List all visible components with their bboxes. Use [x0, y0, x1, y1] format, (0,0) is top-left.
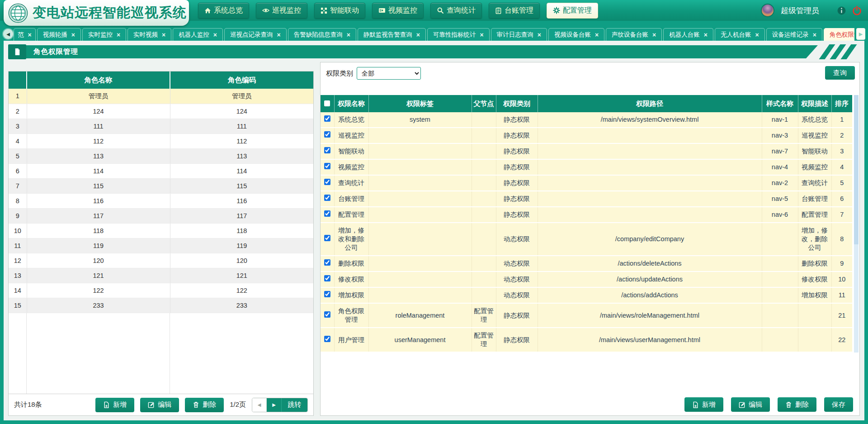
tab-item[interactable]: 审计日志查询× — [491, 28, 547, 41]
prev-page-button[interactable]: ◀ — [252, 398, 267, 412]
tab-item[interactable]: 机器人台账× — [663, 28, 713, 41]
tab-close-icon[interactable]: × — [213, 32, 217, 38]
perm-scrollbar-thumb[interactable] — [854, 95, 859, 244]
select-all-checkbox[interactable] — [324, 100, 330, 106]
perm-save-button[interactable]: 保存 — [824, 397, 853, 412]
role-row[interactable]: 4112112 — [9, 133, 313, 148]
tabs-scroll-right-button[interactable]: ▶ — [856, 28, 865, 40]
perm-row[interactable]: 配置管理静态权限nav-6配置管理7 — [321, 207, 852, 223]
tab-close-icon[interactable]: × — [28, 32, 32, 38]
tab-item[interactable]: 声纹设备台账× — [606, 28, 662, 41]
perm-row[interactable]: 巡视监控静态权限nav-3巡视监控2 — [321, 128, 852, 143]
role-row[interactable]: 13121121 — [9, 268, 313, 283]
tab-item[interactable]: 设备运维记录× — [766, 28, 822, 41]
tab-item[interactable]: 静默监视告警查询× — [358, 28, 426, 41]
nav-query-stats[interactable]: 查询统计 — [430, 3, 482, 19]
tab-close-icon[interactable]: × — [347, 32, 350, 38]
tab-item[interactable]: 角色权限管理× — [824, 28, 854, 41]
tab-close-icon[interactable]: × — [117, 32, 120, 38]
role-code-cell: 121 — [170, 268, 313, 283]
role-row[interactable]: 1管理员管理员 — [9, 89, 313, 104]
perm-row-checkbox[interactable] — [324, 195, 330, 201]
jump-page-button[interactable]: 跳转 — [281, 398, 307, 412]
perm-row-checkbox[interactable] — [324, 336, 330, 342]
tab-close-icon[interactable]: × — [416, 32, 420, 38]
tab-item[interactable]: 实时视频× — [127, 28, 171, 41]
role-row[interactable]: 14122122 — [9, 283, 313, 298]
role-row[interactable]: 8116116 — [9, 193, 313, 208]
tab-item[interactable]: 视频轮播× — [37, 28, 81, 41]
info-icon[interactable] — [837, 6, 846, 15]
tab-close-icon[interactable]: × — [704, 32, 708, 38]
perm-row[interactable]: 增加，修改和删除公司动态权限/company/editCompany增加，修改，… — [321, 223, 852, 256]
role-row[interactable]: 10118118 — [9, 223, 313, 238]
next-page-button[interactable]: ▶ — [267, 398, 281, 412]
search-button[interactable]: 查询 — [825, 66, 855, 80]
perm-row[interactable]: 角色权限管理roleManagement配置管理静态权限/main/views/… — [321, 303, 852, 328]
nav-overview[interactable]: 系统总览 — [198, 3, 249, 19]
tab-close-icon[interactable]: × — [480, 32, 484, 38]
perm-type-select[interactable]: 全部 — [357, 67, 421, 80]
nav-ledger[interactable]: 台账管理 — [489, 3, 540, 19]
tab-item[interactable]: 范× — [14, 28, 36, 41]
perm-row[interactable]: 系统总览system静态权限/main/views/systemOverview… — [321, 112, 852, 128]
perm-row[interactable]: 视频监控静态权限nav-4视频监控4 — [321, 159, 852, 175]
perm-row-checkbox[interactable] — [324, 235, 330, 241]
tabs-scroll-left-button[interactable]: ◀ — [3, 29, 13, 39]
tab-item[interactable]: 视频设备台账× — [548, 28, 604, 41]
role-row[interactable]: 2124124 — [9, 104, 313, 119]
perm-row[interactable]: 增加权限动态权限/actions/addActions增加权限11 — [321, 287, 852, 303]
tab-close-icon[interactable]: × — [652, 32, 656, 38]
perm-row-checkbox[interactable] — [324, 163, 330, 169]
perm-row[interactable]: 智能联动静态权限nav-7智能联动3 — [321, 143, 852, 159]
tab-item[interactable]: 无人机台账× — [715, 28, 765, 41]
perm-delete-button[interactable]: 删除 — [778, 397, 816, 412]
avatar[interactable] — [761, 4, 774, 17]
tab-close-icon[interactable]: × — [755, 32, 759, 38]
tab-close-icon[interactable]: × — [595, 32, 599, 38]
role-row[interactable]: 6114114 — [9, 163, 313, 178]
perm-row-checkbox[interactable] — [324, 147, 330, 153]
role-row[interactable]: 3111111 — [9, 119, 313, 133]
perm-row-checkbox[interactable] — [324, 275, 330, 281]
perm-row[interactable]: 修改权限动态权限/actions/updateActions修改权限10 — [321, 272, 852, 287]
nav-smart-link[interactable]: 智能联动 — [314, 3, 365, 19]
nav-patrol-monitor[interactable]: 巡视监控 — [256, 3, 307, 19]
perm-row-checkbox[interactable] — [324, 259, 330, 266]
perm-row-checkbox[interactable] — [324, 311, 330, 318]
perm-row-checkbox[interactable] — [324, 131, 330, 138]
perm-row-checkbox[interactable] — [324, 210, 330, 217]
perm-row[interactable]: 删除权限动态权限/actions/deleteActions删除权限9 — [321, 256, 852, 272]
tab-close-icon[interactable]: × — [813, 32, 816, 38]
tab-close-icon[interactable]: × — [162, 32, 165, 38]
perm-add-button[interactable]: 新增 — [684, 397, 723, 412]
perm-row[interactable]: 台账管理静态权限nav-5台账管理6 — [321, 191, 852, 207]
perm-scrollbar-track[interactable] — [854, 95, 859, 353]
perm-row[interactable]: 用户管理userManagement配置管理静态权限/main/views/us… — [321, 328, 852, 352]
perm-row-checkbox[interactable] — [324, 115, 330, 122]
power-icon[interactable] — [852, 6, 862, 15]
tab-item[interactable]: 告警缺陷信息查询× — [288, 28, 356, 41]
perm-edit-button[interactable]: 编辑 — [731, 397, 770, 412]
role-row[interactable]: 15233233 — [9, 298, 313, 313]
role-add-button[interactable]: 新增 — [95, 398, 134, 412]
tab-close-icon[interactable]: × — [277, 32, 280, 38]
role-row[interactable]: 9117117 — [9, 208, 313, 223]
perm-row-checkbox[interactable] — [324, 291, 330, 297]
nav-video-monitor[interactable]: 视频监控 — [372, 3, 424, 19]
role-row[interactable]: 7115115 — [9, 178, 313, 193]
tab-item[interactable]: 实时监控× — [82, 28, 126, 41]
tab-close-icon[interactable]: × — [538, 32, 541, 38]
role-row[interactable]: 11119119 — [9, 238, 313, 253]
perm-row-checkbox[interactable] — [324, 179, 330, 185]
tab-item[interactable]: 巡视点记录查询× — [224, 28, 287, 41]
role-row[interactable]: 12120120 — [9, 253, 313, 268]
tab-close-icon[interactable]: × — [71, 32, 75, 38]
role-row[interactable]: 5113113 — [9, 148, 313, 163]
perm-row[interactable]: 查询统计静态权限nav-2查询统计5 — [321, 175, 852, 191]
role-edit-button[interactable]: 编辑 — [140, 398, 179, 412]
tab-item[interactable]: 可靠性指标统计× — [427, 28, 490, 41]
tab-item[interactable]: 机器人监控× — [173, 28, 223, 41]
role-delete-button[interactable]: 删除 — [185, 398, 224, 412]
nav-config[interactable]: 配置管理 — [547, 3, 598, 19]
